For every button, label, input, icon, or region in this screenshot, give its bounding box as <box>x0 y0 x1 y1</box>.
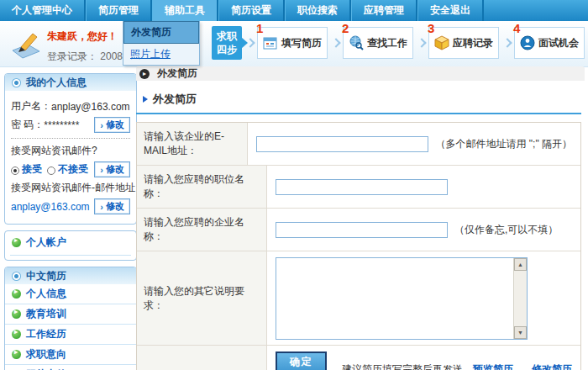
email-row: 请输入该企业的E-MAIL地址： （多个邮件地址请用 ";" 隔开） <box>137 123 580 166</box>
breadcrumb: ▸ 外发简历 <box>136 66 585 81</box>
chevron-separator-icon <box>331 38 340 47</box>
person-circle-icon <box>520 35 535 50</box>
radio-decline[interactable] <box>47 166 55 175</box>
sidebar-item-job-intention[interactable]: 求职意向 <box>5 345 136 365</box>
nav-item-resume-settings[interactable]: 简历设置 <box>218 0 285 21</box>
modify-email-button[interactable]: › 修改 <box>94 198 130 214</box>
divider <box>10 255 131 256</box>
scroll-up-icon[interactable]: ▲ <box>514 258 527 271</box>
account-box: 个人帐户 <box>4 230 137 261</box>
nav-item-resume-management[interactable]: 简历管理 <box>86 0 152 21</box>
breadcrumb-label: 外发简历 <box>157 66 197 81</box>
password-row: 密 码：********* › 修改 <box>11 117 130 133</box>
bullet-target-icon <box>12 78 21 87</box>
dropdown-item-photo-upload[interactable]: 照片上传 <box>123 44 199 65</box>
scroll-down-icon[interactable]: ▼ <box>514 326 527 339</box>
company-row: 请输入您应聘的企业名称： （仅作备忘,可以不填） <box>137 209 580 251</box>
green-arrow-icon <box>12 309 21 319</box>
calendar-icon <box>263 35 278 50</box>
chinese-resume-box: 中文简历 个人信息 教育培训 工作经历 求职意向 <box>4 267 137 370</box>
chinese-resume-header: 中文简历 <box>5 267 136 284</box>
company-label: 请输入您应聘的企业名称： <box>137 209 267 251</box>
other-requirements-row: 请输入您的其它说明要求： ▲ ▼ <box>137 251 580 346</box>
position-name-input[interactable] <box>276 179 448 195</box>
modify-password-button[interactable]: › 修改 <box>94 117 130 133</box>
radio-accept-label[interactable]: 接受 <box>22 162 42 177</box>
step-fill-resume[interactable]: 1 填写简历 <box>257 27 328 59</box>
newsletter-question: 接受网站资讯邮件? <box>11 144 130 158</box>
arrow-right-icon: › <box>100 202 103 212</box>
header-band: 朱建跃，您好！ 登录记录： 2008-8-27 第 求职 四步 1 填写简历 <box>0 21 588 67</box>
step-interview-chances[interactable]: 4 面试机会 <box>514 27 585 59</box>
green-arrow-icon <box>12 238 21 247</box>
step-number: 2 <box>342 21 349 35</box>
profile-box-header: 我的个人信息 <box>5 74 136 91</box>
chevron-separator-icon <box>417 38 426 47</box>
newsletter-email-value: anplay@163.com <box>11 201 90 213</box>
section-underline <box>136 113 581 114</box>
sidebar-item-photo-upload[interactable]: 照片上传 <box>5 365 136 370</box>
sidebar-item-personal-info[interactable]: 个人信息 <box>5 284 136 304</box>
arrow-right-icon: › <box>100 165 103 175</box>
preview-resume-link[interactable]: 预览简历 <box>473 362 513 370</box>
green-arrow-icon <box>12 289 21 299</box>
company-name-input[interactable] <box>276 222 448 238</box>
nav-item-logout[interactable]: 安全退出 <box>417 0 484 21</box>
chevron-separator-icon <box>502 38 512 47</box>
other-label: 请输入您的其它说明要求： <box>137 251 267 345</box>
profile-box: 我的个人信息 用户名：anplay@163.com 密 码：********* … <box>4 73 137 225</box>
step-number: 3 <box>428 21 434 35</box>
submit-row: 确定发送 建议简历填写完整后再发送 预览简历 修改简历 <box>137 346 580 370</box>
submit-hint: 建议简历填写完整后再发送 <box>342 362 463 370</box>
top-navigation: 个人管理中心 简历管理 辅助工具 简历设置 职位搜索 应聘管理 安全退出 <box>0 0 588 21</box>
company-email-input[interactable] <box>256 136 428 152</box>
nav-item-personal-center[interactable]: 个人管理中心 <box>0 0 86 21</box>
textarea-scrollbar[interactable]: ▲ ▼ <box>513 258 527 339</box>
user-name: 朱建跃 <box>47 30 77 42</box>
triangle-right-icon <box>143 96 148 103</box>
sidebar: 我的个人信息 用户名：anplay@163.com 密 码：********* … <box>4 73 137 370</box>
greeting-text: ，您好！ <box>77 30 118 42</box>
radio-decline-label[interactable]: 不接受 <box>58 162 88 177</box>
modify-resume-link[interactable]: 修改简历 <box>532 362 572 370</box>
page-title: 外发简历 <box>143 92 585 107</box>
globe-search-icon <box>349 35 364 50</box>
step-application-records[interactable]: 3 应聘记录 <box>428 27 499 59</box>
newsletter-email-row: anplay@163.com › 修改 <box>11 198 130 214</box>
step-find-job[interactable]: 2 查找工作 <box>343 27 413 59</box>
email-label: 请输入该企业的E-MAIL地址： <box>137 123 248 165</box>
nav-item-auxiliary-tools[interactable]: 辅助工具 <box>152 0 218 21</box>
send-resume-form: 请输入该企业的E-MAIL地址： （多个邮件地址请用 ";" 隔开） 请输入您应… <box>136 122 581 370</box>
breadcrumb-icon: ▸ <box>139 69 150 79</box>
empty-label-cell <box>137 346 267 370</box>
company-note: （仅作备忘,可以不填） <box>454 223 558 237</box>
sidebar-item-education-training[interactable]: 教育培训 <box>5 304 136 325</box>
bullet-target-icon <box>12 272 21 281</box>
position-row: 请输入您应聘的职位名称： <box>137 166 580 209</box>
dotted-divider <box>11 138 130 139</box>
send-button[interactable]: 确定发送 <box>276 352 327 370</box>
nav-item-application-management[interactable]: 应聘管理 <box>351 0 417 21</box>
page: 个人管理中心 简历管理 辅助工具 简历设置 职位搜索 应聘管理 安全退出 外发简… <box>0 0 588 370</box>
four-steps-badge: 求职 四步 <box>212 26 242 60</box>
nav-item-job-search[interactable]: 职位搜索 <box>285 0 351 21</box>
other-requirements-textarea[interactable] <box>276 258 513 339</box>
newsletter-radio-row: 接受 不接受 › 修改 <box>11 161 130 177</box>
username-value: anplay@163.com <box>51 101 130 113</box>
newsletter-email-caption: 接受网站资讯邮件-邮件地址 <box>11 181 130 195</box>
dropdown-item-send-resume[interactable]: 外发简历 <box>123 21 199 44</box>
other-requirements-textarea-frame: ▲ ▼ <box>276 257 528 340</box>
radio-accept[interactable] <box>11 166 19 175</box>
job-steps-bar: 求职 四步 1 填写简历 2 <box>212 26 585 60</box>
cube-icon <box>434 35 449 50</box>
modify-newsletter-button[interactable]: › 修改 <box>94 161 130 177</box>
arrow-right-icon: › <box>100 120 103 130</box>
sidebar-item-personal-account[interactable]: 个人帐户 <box>5 231 136 252</box>
sidebar-item-work-experience[interactable]: 工作经历 <box>5 325 136 345</box>
position-label: 请输入您应聘的职位名称： <box>137 166 267 208</box>
green-arrow-icon <box>12 330 21 339</box>
main-content: ▸ 外发简历 外发简历 请输入该企业的E-MAIL地址： （多个邮件地址请用 "… <box>136 66 585 370</box>
auxiliary-tools-dropdown: 外发简历 照片上传 <box>123 21 200 66</box>
password-value: ********* <box>44 119 79 131</box>
pencil-pad-icon <box>10 29 42 60</box>
